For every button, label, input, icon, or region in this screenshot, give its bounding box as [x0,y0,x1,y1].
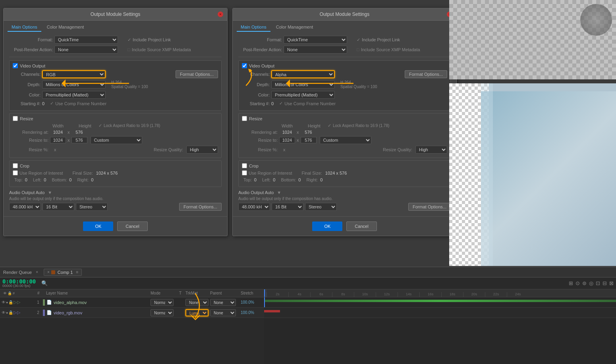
left-format-select[interactable]: QuickTime [54,36,118,44]
tool-icon-4[interactable]: ◎ [589,280,593,286]
right-resize-quality-select[interactable]: High [415,146,447,154]
right-resize-preset-select[interactable]: Custom [320,136,371,144]
left-crop-row1: Use Region of Interest Final Size: 1024 … [13,170,218,175]
left-format-options-btn[interactable]: Format Options... [176,70,218,78]
left-audio-format-btn[interactable]: Format Options... [179,203,222,211]
right-dialog-titlebar: Output Module Settings × [233,8,456,21]
right-channels-row: Channels: RGB RGBA Alpha Format Options.… [242,70,447,78]
left-resize-h-input[interactable] [71,137,87,143]
left-post-render-select[interactable]: None [54,46,118,54]
ruler-18s: 18s [441,292,463,297]
timeline-tracks [264,297,616,318]
right-audio-format-btn[interactable]: Format Options... [408,203,451,211]
layer-1-trkmat-select[interactable]: None Alpha Matte Luma [185,299,209,306]
layer-1-eye-icon[interactable]: 👁 [2,300,6,304]
right-color-select[interactable]: Premultiplied (Matted) [271,91,335,99]
left-resize-w-input[interactable] [50,137,66,143]
tool-icon-5[interactable]: ⊡ [596,280,600,286]
right-audio-note: Audio will be output only if the composi… [238,196,451,201]
left-video-output-checkbox[interactable] [13,63,18,68]
left-color-label: Color: [13,92,41,97]
timeline-tools: ⊞ ⊙ ⊚ ◎ ⊡ ⊟ ⊠ [569,280,614,286]
left-resize-preset-select[interactable]: Custom [91,136,142,144]
right-audio-channels-select[interactable]: Stereo [305,203,337,211]
render-queue-label: Render Queue [3,270,32,275]
tool-icon-6[interactable]: ⊟ [602,280,607,286]
right-format-select[interactable]: QuickTime [284,36,347,44]
comp-tab-menu-icon[interactable]: ≡ [76,270,78,274]
layer-2-parent-select[interactable]: None [210,309,236,316]
right-format-options-btn[interactable]: Format Options... [405,70,447,78]
left-h264-note: H.264 Spatial Quality = 100 [111,80,148,89]
left-depth-select[interactable]: Millions of Colors [42,81,106,89]
layer-1-lock-icon[interactable]: 🔒 [8,300,13,304]
right-resize-checkbox[interactable] [242,116,247,121]
left-cancel-button[interactable]: Cancel [117,221,147,231]
left-video-output-header: Video Output [13,63,218,68]
render-queue-close[interactable]: × [36,270,38,274]
right-post-render-select[interactable]: None [284,46,347,54]
layers-timeline-container: 👁 🔒 # # Layer Name Mode T TrkMat Parent … [0,289,616,364]
right-depth-select[interactable]: Millions of Colors [271,81,335,89]
left-crop-checkbox[interactable] [13,163,18,168]
track-row-2 [264,308,616,318]
layer-1-expand-icon[interactable]: ▷ [17,300,20,305]
right-channels-select[interactable]: RGB RGBA Alpha [271,70,335,78]
layer-2-trkmat-select[interactable]: None Alpha Matte Luma [185,309,209,316]
layer-2-expand-icon[interactable]: ▷ [17,310,20,315]
layer-2-solo-icon[interactable]: ● [6,311,8,315]
left-channels-select[interactable]: RGB RGBA Alpha [42,70,106,78]
left-audio-channels-select[interactable]: Stereo [76,203,108,211]
tool-icon-1[interactable]: ⊞ [569,280,573,286]
timeline-ruler: 2s 4s 6s 8s 10s 12s 14s 16s 18s 20s 22s … [264,289,616,297]
right-format-label: Format: [238,37,282,42]
layer-2-media-icon: 📄 [46,310,52,315]
right-tab-main[interactable]: Main Options [237,23,270,32]
trkmat-col-header: TrkMat [185,291,209,295]
left-tab-main[interactable]: Main Options [8,23,41,32]
ruler-4s: 4s [288,292,310,297]
left-audio-bit-select[interactable]: 16 Bit [42,203,74,211]
right-resize-h-input[interactable] [301,137,317,143]
right-use-roi-checkbox[interactable] [242,170,247,175]
left-dialog-titlebar: Output Module Settings × [4,8,227,21]
search-icon[interactable]: 🔍 [41,280,48,286]
right-cancel-button[interactable]: Cancel [346,221,377,231]
right-video-output-checkbox[interactable] [242,63,247,68]
comp-tab[interactable]: × Comp 1 ≡ [44,269,82,276]
right-ok-button[interactable]: OK [312,221,342,231]
comp-tab-close-icon[interactable]: × [47,270,50,274]
left-use-roi-checkbox[interactable] [13,170,18,175]
layer-1-parent-select[interactable]: None [210,299,236,306]
layer-2-mode-select[interactable]: Normal Multiply Screen [151,309,174,316]
right-use-comp-frame: Use Comp Frame Number [284,101,336,106]
tool-icon-3[interactable]: ⊚ [582,280,587,286]
tool-icon-2[interactable]: ⊙ [575,280,580,286]
right-crop-checkbox[interactable] [242,163,247,168]
left-resize-percent-row: Resize %: x Resize Quality: High [13,146,218,154]
right-resize-w-input[interactable] [279,137,295,143]
right-tab-color[interactable]: Color Management [272,23,317,32]
left-audio-rate-select[interactable]: 48.000 kHz [9,203,41,211]
layer-2-lock-icon[interactable]: 🔒 [8,310,13,315]
layer-1-mode-select[interactable]: Normal Multiply Screen [151,299,174,306]
layer-2-eye-icon[interactable]: 👁 [2,310,6,315]
left-tab-color[interactable]: Color Management [43,23,88,32]
right-audio-rate-select[interactable]: 48.000 kHz [238,203,270,211]
right-audio-bit-select[interactable]: 16 Bit [272,203,303,211]
left-close-button[interactable]: × [218,12,223,17]
left-resize-to-row: Resize to: x Custom [13,136,218,144]
left-resize-quality-select[interactable]: High [186,146,218,154]
tool-icon-7[interactable]: ⊠ [609,280,614,286]
right-video-output-section: Video Output Channels: RGB RGBA Alpha Fo… [238,60,451,111]
stretch-col-header: Stretch [241,291,263,295]
left-video-output-section: Video Output Channels: RGB RGBA Alpha Fo… [9,60,222,111]
layer-1-color-bar [43,299,45,306]
layer-2-icons: 👁 ● 🔒 ▷ ▷ [2,310,33,315]
left-resize-checkbox[interactable] [13,116,18,121]
solo-col-header: # [13,291,15,295]
timeline-area: Render Queue × × Comp 1 ≡ 0:00:00:00 000… [0,267,616,364]
layer-1-solo-icon[interactable]: ● [6,300,8,304]
left-ok-button[interactable]: OK [83,221,113,231]
left-color-select[interactable]: Premultiplied (Matted) [42,91,106,99]
